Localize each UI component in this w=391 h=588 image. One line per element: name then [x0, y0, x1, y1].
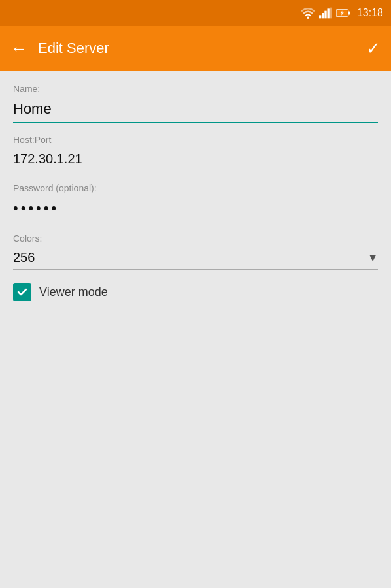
svg-rect-5: [330, 8, 332, 19]
battery-icon: [336, 8, 350, 18]
status-bar: 13:18: [0, 0, 391, 26]
status-time: 13:18: [357, 7, 383, 19]
svg-rect-1: [319, 15, 321, 18]
colors-value: 256: [13, 250, 367, 265]
back-button[interactable]: ←: [10, 40, 27, 57]
password-field-group: Password (optional):: [13, 183, 378, 221]
colors-dropdown[interactable]: 256 ▼: [13, 246, 378, 270]
chevron-down-icon: ▼: [367, 252, 378, 264]
host-port-label: Host:Port: [13, 135, 378, 145]
viewer-mode-row[interactable]: Viewer mode: [13, 283, 378, 301]
colors-section: Colors: 256 ▼: [13, 233, 378, 270]
form-content: Name: Host:Port Password (optional): Col…: [0, 71, 391, 314]
wifi-icon: [301, 7, 315, 19]
name-label: Name:: [13, 84, 378, 94]
toolbar: ← Edit Server ✓: [0, 26, 391, 71]
svg-rect-4: [327, 8, 329, 18]
page-title: Edit Server: [38, 40, 366, 57]
svg-rect-7: [348, 11, 350, 14]
viewer-mode-checkbox[interactable]: [13, 283, 31, 301]
password-label: Password (optional):: [13, 183, 378, 193]
host-port-field-group: Host:Port: [13, 135, 378, 171]
host-port-input[interactable]: [13, 149, 378, 171]
name-field-group: Name:: [13, 84, 378, 123]
checkmark-icon: [16, 286, 28, 298]
viewer-mode-label: Viewer mode: [39, 286, 108, 299]
name-input[interactable]: [13, 98, 378, 123]
colors-label: Colors:: [13, 233, 378, 244]
svg-point-0: [307, 16, 309, 19]
svg-rect-3: [324, 11, 326, 19]
password-input[interactable]: [13, 197, 378, 221]
svg-rect-2: [322, 13, 324, 18]
signal-icon: [319, 7, 332, 19]
save-button[interactable]: ✓: [366, 39, 381, 59]
status-icons: 13:18: [301, 7, 383, 19]
